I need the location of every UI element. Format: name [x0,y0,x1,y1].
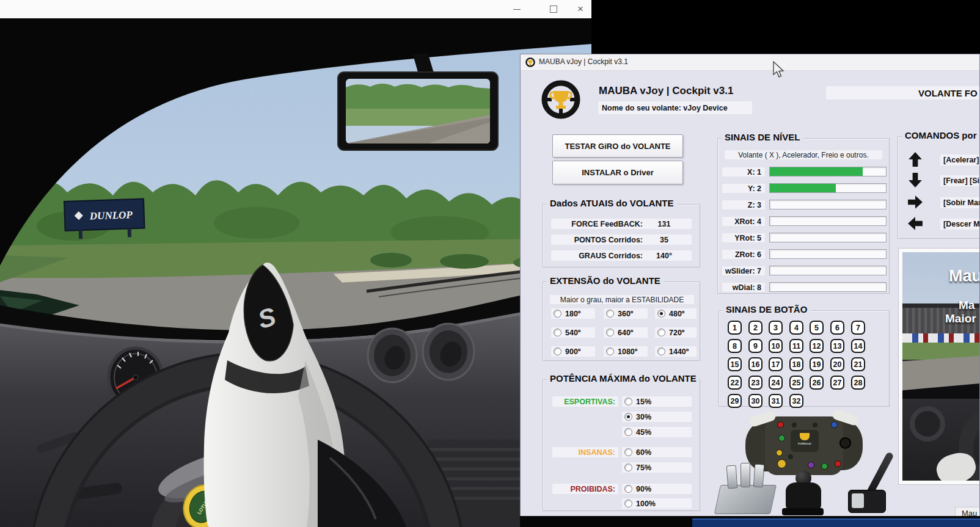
signal-button-11[interactable]: 11 [789,339,803,353]
axis-bar-z [769,200,887,209]
preview-text-3: Maior [945,312,976,325]
points-row: PONTOS Corridos:35 [550,234,692,245]
wheel-button-red2 [835,460,841,467]
signal-button-19[interactable]: 19 [810,357,824,371]
banner-text: DUNLOP [89,209,133,222]
minimize-button[interactable] [505,0,529,18]
air-vent-right [423,324,474,380]
signal-button-28[interactable]: 28 [851,376,865,390]
signal-button-7[interactable]: 7 [851,321,865,335]
radio-540[interactable]: 540º [550,327,596,338]
pedals-base [714,485,777,514]
commands-groupbox: COMANDOS por [Acelerar] [Frear] [Si [Sob… [898,136,980,239]
game-window-titlebar[interactable]: × [0,0,591,19]
radio-180[interactable]: 180º [550,308,596,319]
app-titlebar[interactable]: MAUBA vJoy | Cockpit v3.1 [521,54,980,71]
game-scene: DUNLOP [0,18,591,527]
signal-button-16[interactable]: 16 [748,357,762,371]
shifter-base [782,508,824,515]
taskbar-strip [692,518,980,527]
signal-button-3[interactable]: 3 [769,321,783,335]
wheel-brand-text: FORMULA1 [791,442,819,445]
install-driver-button[interactable]: INSTALAR o Driver [552,161,683,184]
axis-bar-x [769,167,887,176]
radio-480[interactable]: 480º [654,308,697,319]
preview-panel: Mau Ma Maior [898,248,980,485]
close-button[interactable]: × [568,0,593,18]
radio-90[interactable]: 90% [621,483,692,495]
signal-button-4[interactable]: 4 [789,321,803,335]
extension-subtitle: Maior o grau, maior a ESTABILIDADE [549,294,695,305]
radio-360[interactable]: 360º [603,308,648,319]
signal-button-1[interactable]: 1 [728,321,742,335]
signal-button-8[interactable]: 8 [728,339,742,353]
radio-30[interactable]: 30% [621,411,692,423]
axis-label-xrot: XRot: 4 [722,216,766,227]
command-accelerate: [Acelerar] [940,154,980,166]
signal-button-27[interactable]: 27 [830,376,844,390]
signal-button-12[interactable]: 12 [810,339,824,353]
signal-button-18[interactable]: 18 [789,357,803,371]
signal-button-31[interactable]: 31 [769,394,783,408]
buttons-groupbox: SINAIS DE BOTÃO 1 2 3 4 5 6 7 8 9 10 11 … [719,310,890,407]
wheel-button-black [792,423,797,427]
radio-720[interactable]: 720º [654,327,697,338]
wheel-button-red [777,421,784,428]
signal-button-10[interactable]: 10 [769,339,783,353]
signal-button-13[interactable]: 13 [830,339,844,353]
radio-1440[interactable]: 1440º [654,346,697,357]
signal-button-9[interactable]: 9 [748,339,762,353]
radio-45[interactable]: 45% [621,426,692,438]
axis-bar-zrot [769,249,887,259]
pedal-throttle [753,463,765,487]
radio-75[interactable]: 75% [621,462,692,473]
radio-15[interactable]: 15% [621,396,692,407]
pedal-clutch [726,465,738,489]
levels-title: SINAIS DE NÍVEL [722,132,803,142]
wheel-button-blue [831,421,838,428]
close-icon: × [577,3,583,15]
signal-button-21[interactable]: 21 [851,357,865,371]
signal-button-2[interactable]: 2 [748,321,762,335]
signal-button-29[interactable]: 29 [728,394,742,408]
maximize-button[interactable] [541,0,566,18]
power-group-insanas: INSANAS: [552,446,619,458]
axis-label-zrot: ZRot: 6 [722,249,766,260]
wheel-button-green [778,435,785,442]
signal-button-6[interactable]: 6 [830,321,844,335]
command-shift-down: [Descer M [940,218,980,230]
signal-button-22[interactable]: 22 [728,376,742,390]
signal-button-32[interactable]: 32 [789,394,803,408]
signal-button-24[interactable]: 24 [769,376,783,390]
wheel-button-green2 [821,463,828,470]
signal-button-25[interactable]: 25 [789,376,803,390]
desktop: × [0,0,980,527]
buttons-title: SINAIS DE BOTÃO [723,304,810,314]
radio-640[interactable]: 640º [603,327,648,338]
signal-button-20[interactable]: 20 [830,357,844,371]
radio-900[interactable]: 900º [550,346,596,357]
test-wheel-button[interactable]: TESTAR GiRO do VOLANTE [552,134,683,158]
preview-text-1: Mau [949,267,980,286]
signal-button-14[interactable]: 14 [851,339,865,353]
signal-button-30[interactable]: 30 [748,394,762,408]
rearview-mirror [338,72,498,150]
wheel-button-black [788,454,793,459]
signal-button-15[interactable]: 15 [728,357,742,371]
levels-subtitle: Volante ( X ), Acelerador, Freio e outro… [724,150,883,160]
signal-button-5[interactable]: 5 [810,321,824,335]
radio-60[interactable]: 60% [621,446,692,458]
radio-100[interactable]: 100% [621,498,692,509]
signal-button-26[interactable]: 26 [810,376,824,390]
command-brake: [Frear] [Si [940,175,980,187]
power-title: POTÊNCIA MÁXIMA do VOLANTE [547,373,700,383]
air-vent-left [368,329,417,382]
signal-button-23[interactable]: 23 [748,376,762,390]
arrow-up-icon [907,151,924,167]
axis-bar-wslider [769,266,887,275]
radio-1080[interactable]: 1080º [603,346,648,357]
signal-button-17[interactable]: 17 [769,357,783,371]
game-viewport[interactable]: DUNLOP [0,18,591,527]
hardware-photo: FORMULA1 [717,412,891,517]
axis-bar-y [769,183,887,193]
